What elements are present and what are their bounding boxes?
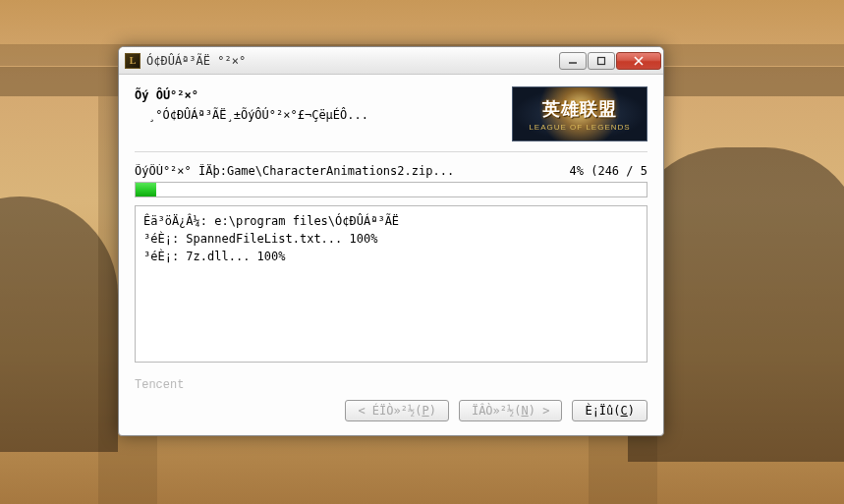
next-button[interactable]: ÏÂÒ»²½(N) > — [459, 400, 563, 421]
titlebar[interactable]: L Ó¢ÐÛÁª³ÃË °²×° — [119, 47, 663, 75]
status-prefix: ÕýÔÚ°²×° ÎÄþ: — [135, 164, 227, 178]
page-subtitle: ¸°Ó¢ÐÛÁª³ÃË¸±ÕýÔÚ°²×°£¬ÇëµÉÔ... — [148, 108, 502, 122]
window-title: Ó¢ÐÛÁª³ÃË °²×° — [146, 54, 559, 68]
progress-status: ÕýÔÚ°²×° ÎÄþ:Game\CharacterAnimations2.z… — [135, 164, 647, 178]
product-logo: 英雄联盟 LEAGUE OF LEGENDS — [512, 86, 647, 141]
window-controls — [559, 52, 661, 70]
progress-fill — [136, 183, 156, 196]
divider — [135, 151, 647, 152]
minimize-button[interactable] — [559, 52, 587, 70]
prev-button[interactable]: < ÉÏÒ»²½(P) — [345, 400, 449, 421]
status-path: Game\CharacterAnimations2.zip... — [227, 164, 454, 178]
cancel-button[interactable]: È¡Ïû(C) — [572, 400, 647, 421]
app-icon: L — [125, 53, 141, 69]
installer-window: L Ó¢ÐÛÁª³ÃË °²×° Õý ÔÚ°²×° ¸°Ó¢ÐÛÁª³ÃË¸±… — [118, 46, 664, 436]
client-area: Õý ÔÚ°²×° ¸°Ó¢ÐÛÁª³ÃË¸±ÕýÔÚ°²×°£¬ÇëµÉÔ..… — [119, 75, 663, 435]
wizard-buttons: < ÉÏÒ»²½(P) ÏÂÒ»²½(N) > È¡Ïû(C) — [135, 400, 647, 421]
progress-percent-label: 4% (246 / 5 — [560, 164, 647, 178]
install-log: Êä³öÄ¿Â¼: e:\program files\Ó¢ÐÛÁª³ÃË ³éÈ… — [135, 205, 647, 363]
maximize-button[interactable] — [588, 52, 615, 70]
logo-text-cn: 英雄联盟 — [542, 97, 617, 121]
footer-brand: Tencent — [135, 378, 647, 392]
close-button[interactable] — [616, 52, 661, 70]
page-title: Õý ÔÚ°²×° — [135, 88, 502, 102]
svg-rect-1 — [598, 57, 605, 64]
logo-text-en: LEAGUE OF LEGENDS — [529, 123, 630, 132]
progress-bar — [135, 182, 647, 197]
